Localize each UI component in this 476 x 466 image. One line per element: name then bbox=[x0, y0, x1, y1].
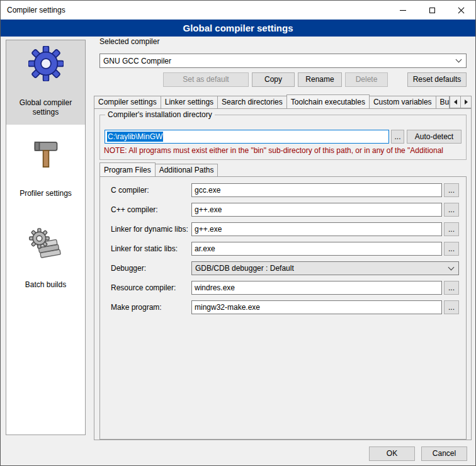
arrow-left-icon bbox=[454, 99, 457, 105]
copy-button[interactable]: Copy bbox=[252, 72, 295, 87]
tab-scroll-right-button[interactable] bbox=[460, 96, 472, 108]
window-title: Compiler settings bbox=[1, 6, 65, 14]
linker-dynamic-label: Linker for dynamic libs: bbox=[111, 222, 188, 236]
arrow-right-icon bbox=[465, 99, 468, 105]
autodetect-button[interactable]: Auto-detect bbox=[407, 130, 462, 144]
c-compiler-input[interactable] bbox=[191, 183, 442, 197]
maximize-icon bbox=[429, 8, 435, 13]
resource-compiler-browse-button[interactable]: ... bbox=[444, 281, 459, 295]
linker-static-input[interactable] bbox=[191, 242, 442, 256]
tab-scroll-controls bbox=[450, 96, 472, 108]
linker-static-browse-button[interactable]: ... bbox=[444, 242, 459, 256]
sidebar-item-global-compiler-settings[interactable]: Global compiler settings bbox=[6, 40, 85, 125]
c-compiler-browse-button[interactable]: ... bbox=[444, 183, 459, 197]
rename-button[interactable]: Rename bbox=[298, 72, 342, 87]
reset-defaults-button[interactable]: Reset defaults bbox=[407, 72, 467, 87]
linker-dynamic-browse-button[interactable]: ... bbox=[444, 222, 459, 236]
install-directory-group-title: Compiler's installation directory bbox=[105, 110, 215, 119]
cpp-compiler-input[interactable] bbox=[191, 203, 442, 217]
debugger-dropdown[interactable]: GDB/CDB debugger : Default bbox=[191, 261, 459, 275]
subtab-program-files[interactable]: Program Files bbox=[99, 162, 156, 176]
debugger-value: GDB/CDB debugger : Default bbox=[195, 264, 449, 273]
resource-compiler-label: Resource compiler: bbox=[111, 281, 176, 295]
install-dir-browse-button[interactable]: ... bbox=[391, 130, 404, 144]
make-program-label: Make program: bbox=[111, 300, 162, 314]
sidebar-item-label: Batch builds bbox=[8, 280, 83, 290]
close-button[interactable] bbox=[446, 1, 475, 20]
titlebar: Compiler settings bbox=[1, 1, 475, 20]
sidebar-item-label: Profiler settings bbox=[8, 189, 83, 198]
compiler-settings-dialog: Compiler settings Global compiler settin… bbox=[0, 0, 476, 466]
make-program-input[interactable] bbox=[191, 300, 442, 314]
cancel-button[interactable]: Cancel bbox=[421, 446, 467, 461]
selected-compiler-dropdown[interactable]: GNU GCC Compiler bbox=[99, 54, 467, 68]
install-dir-selected-text: C:\raylib\MinGW bbox=[107, 132, 163, 142]
batch-builds-icon bbox=[8, 227, 83, 264]
set-as-default-button[interactable]: Set as default bbox=[163, 72, 249, 87]
tab-scroll-left-button[interactable] bbox=[450, 96, 461, 108]
linker-dynamic-input[interactable] bbox=[191, 222, 442, 236]
tab-compiler-settings[interactable]: Compiler settings bbox=[94, 96, 161, 108]
close-icon bbox=[457, 6, 465, 14]
minimize-button[interactable] bbox=[388, 1, 417, 20]
install-dir-input[interactable]: C:\raylib\MinGW bbox=[105, 130, 389, 144]
compiler-tabs: Compiler settings Linker settings Search… bbox=[94, 94, 472, 108]
window-controls bbox=[388, 1, 475, 20]
selected-compiler-label: Selected compiler bbox=[99, 35, 159, 48]
cpp-compiler-browse-button[interactable]: ... bbox=[444, 203, 459, 217]
linker-static-label: Linker for static libs: bbox=[111, 242, 178, 256]
resource-compiler-input[interactable] bbox=[191, 281, 442, 295]
page-title: Global compiler settings bbox=[1, 20, 475, 37]
maximize-button[interactable] bbox=[417, 1, 446, 20]
sidebar-item-batch-builds[interactable]: Batch builds bbox=[6, 222, 85, 297]
tab-custom-variables[interactable]: Custom variables bbox=[369, 96, 436, 108]
make-program-browse-button[interactable]: ... bbox=[444, 300, 459, 314]
selected-compiler-value: GNU GCC Compiler bbox=[103, 57, 456, 65]
tab-toolchain-executables[interactable]: Toolchain executables bbox=[286, 94, 370, 108]
sidebar-item-profiler-settings[interactable]: Profiler settings bbox=[6, 131, 85, 206]
ok-button[interactable]: OK bbox=[369, 446, 415, 461]
subtab-additional-paths[interactable]: Additional Paths bbox=[155, 164, 218, 176]
delete-button[interactable]: Delete bbox=[345, 72, 388, 87]
cpp-compiler-label: C++ compiler: bbox=[111, 203, 158, 217]
chevron-down-icon bbox=[456, 57, 462, 63]
tab-search-directories[interactable]: Search directories bbox=[217, 96, 287, 108]
minimize-icon bbox=[400, 10, 406, 11]
tab-linker-settings[interactable]: Linker settings bbox=[161, 96, 218, 108]
program-files-tabs: Program Files Additional Paths bbox=[99, 162, 467, 176]
settings-sidebar: Global compiler settings Profiler settin… bbox=[6, 40, 86, 435]
c-compiler-label: C compiler: bbox=[111, 183, 149, 197]
gear-icon bbox=[8, 45, 83, 82]
sidebar-item-label: Global compiler settings bbox=[8, 98, 83, 117]
tab-build-options-clipped[interactable]: Buil bbox=[436, 96, 450, 108]
debugger-label: Debugger: bbox=[111, 261, 146, 275]
chevron-down-icon bbox=[448, 264, 455, 270]
profiler-tool-icon bbox=[8, 136, 83, 173]
install-dir-note: NOTE: All programs must exist either in … bbox=[104, 146, 465, 155]
